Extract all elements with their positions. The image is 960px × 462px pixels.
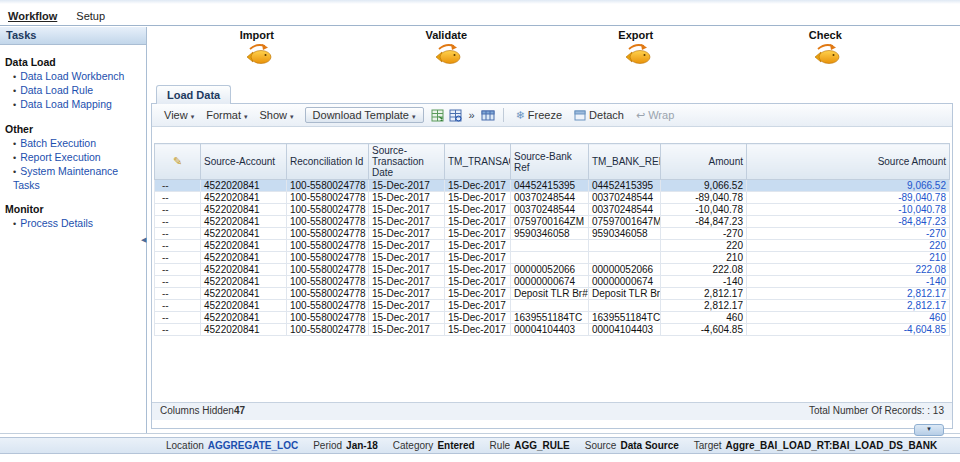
cell-tm-bank-ref[interactable]: 00370248544 bbox=[589, 192, 661, 204]
column-header-tm-transac[interactable]: TM_TRANSAC bbox=[445, 144, 511, 180]
cell-amount[interactable]: 2,812.17 bbox=[661, 300, 747, 312]
import-from-excel-icon[interactable] bbox=[447, 108, 465, 123]
cell-tm-transaction-date[interactable]: 15-Dec-2017 bbox=[445, 204, 511, 216]
workflow-step-export[interactable]: Export bbox=[541, 29, 731, 85]
cell-reconciliation-id[interactable]: 100-5580024778 bbox=[287, 192, 369, 204]
cell-amount[interactable]: -84,847.23 bbox=[661, 216, 747, 228]
download-template-button[interactable]: Download Template▾ bbox=[305, 107, 424, 123]
cell-source-amount[interactable]: 222.08 bbox=[747, 264, 950, 276]
column-header-reconciliation-id[interactable]: Reconciliation Id bbox=[287, 144, 369, 180]
cell-source-transaction-date[interactable]: 15-Dec-2017 bbox=[369, 204, 445, 216]
column-header-tm-bank-ref[interactable]: TM_BANK_REF bbox=[589, 144, 661, 180]
cell-source-bank-ref[interactable]: 00004104403 bbox=[511, 324, 589, 336]
detach-button[interactable]: Detach bbox=[568, 108, 630, 122]
cell-source-transaction-date[interactable]: 15-Dec-2017 bbox=[369, 288, 445, 300]
cell-source-account[interactable]: 4522020841 bbox=[201, 276, 287, 288]
cell-row-status[interactable]: -- bbox=[155, 252, 201, 264]
cell-source-bank-ref[interactable]: 04452415395 bbox=[511, 180, 589, 192]
cell-source-amount[interactable]: -10,040.78 bbox=[747, 204, 950, 216]
cell-source-transaction-date[interactable]: 15-Dec-2017 bbox=[369, 180, 445, 192]
cell-reconciliation-id[interactable]: 100-5580024778 bbox=[287, 228, 369, 240]
column-header-source-account[interactable]: Source-Account bbox=[201, 144, 287, 180]
table-row[interactable]: --4522020841100-558002477815-Dec-201715-… bbox=[155, 180, 950, 192]
cell-reconciliation-id[interactable]: 100-5580024778 bbox=[287, 264, 369, 276]
workflow-step-import[interactable]: Import bbox=[162, 29, 352, 85]
cell-row-status[interactable]: -- bbox=[155, 216, 201, 228]
cell-row-status[interactable]: -- bbox=[155, 264, 201, 276]
cell-tm-transaction-date[interactable]: 15-Dec-2017 bbox=[445, 216, 511, 228]
fish-icon[interactable] bbox=[731, 42, 921, 70]
cell-source-account[interactable]: 4522020841 bbox=[201, 288, 287, 300]
cell-source-bank-ref[interactable]: 9590346058 bbox=[511, 228, 589, 240]
cell-source-account[interactable]: 4522020841 bbox=[201, 228, 287, 240]
cell-source-bank-ref[interactable]: Deposit TLR Br#: ... bbox=[511, 288, 589, 300]
freeze-button[interactable]: ❄Freeze bbox=[510, 108, 568, 123]
cell-amount[interactable]: 2,812.17 bbox=[661, 288, 747, 300]
cell-source-bank-ref[interactable]: 00000000674 bbox=[511, 276, 589, 288]
cell-source-bank-ref[interactable]: 00370248544 bbox=[511, 192, 589, 204]
table-row[interactable]: --4522020841100-558002477815-Dec-201715-… bbox=[155, 276, 950, 288]
cell-row-status[interactable]: -- bbox=[155, 180, 201, 192]
cell-tm-bank-ref[interactable]: 00004104403 bbox=[589, 324, 661, 336]
cell-source-amount[interactable]: -4,604.85 bbox=[747, 324, 950, 336]
cell-row-status[interactable]: -- bbox=[155, 288, 201, 300]
cell-source-bank-ref[interactable]: 0759700164ZM bbox=[511, 216, 589, 228]
table-row[interactable]: --4522020841100-558002477815-Dec-201715-… bbox=[155, 252, 950, 264]
cell-amount[interactable]: 222.08 bbox=[661, 264, 747, 276]
table-row[interactable]: --4522020841100-558002477815-Dec-201715-… bbox=[155, 288, 950, 300]
cell-reconciliation-id[interactable]: 100-5580024778 bbox=[287, 240, 369, 252]
cell-row-status[interactable]: -- bbox=[155, 312, 201, 324]
cell-reconciliation-id[interactable]: 100-5580024778 bbox=[287, 180, 369, 192]
cell-source-account[interactable]: 4522020841 bbox=[201, 240, 287, 252]
table-row[interactable]: --4522020841100-558002477815-Dec-201715-… bbox=[155, 264, 950, 276]
table-row[interactable]: --4522020841100-558002477815-Dec-201715-… bbox=[155, 192, 950, 204]
cell-row-status[interactable]: -- bbox=[155, 204, 201, 216]
toolbar-overflow-chevron[interactable]: » bbox=[465, 109, 479, 121]
cell-row-status[interactable]: -- bbox=[155, 324, 201, 336]
cell-tm-bank-ref[interactable]: 9590346058 bbox=[589, 228, 661, 240]
cell-tm-transaction-date[interactable]: 15-Dec-2017 bbox=[445, 252, 511, 264]
fish-icon[interactable] bbox=[352, 42, 542, 70]
cell-amount[interactable]: -89,040.78 bbox=[661, 192, 747, 204]
cell-source-bank-ref[interactable] bbox=[511, 240, 589, 252]
cell-amount[interactable]: 210 bbox=[661, 252, 747, 264]
cell-tm-bank-ref[interactable] bbox=[589, 252, 661, 264]
table-row[interactable]: --4522020841100-558002477815-Dec-201715-… bbox=[155, 228, 950, 240]
cell-source-bank-ref[interactable] bbox=[511, 300, 589, 312]
fish-icon[interactable] bbox=[162, 42, 352, 70]
cell-source-bank-ref[interactable]: 00000052066 bbox=[511, 264, 589, 276]
cell-tm-transaction-date[interactable]: 15-Dec-2017 bbox=[445, 312, 511, 324]
cell-row-status[interactable]: -- bbox=[155, 228, 201, 240]
cell-source-account[interactable]: 4522020841 bbox=[201, 180, 287, 192]
cell-amount[interactable]: 9,066.52 bbox=[661, 180, 747, 192]
cell-source-amount[interactable]: -270 bbox=[747, 228, 950, 240]
cell-source-account[interactable]: 4522020841 bbox=[201, 324, 287, 336]
cell-tm-transaction-date[interactable]: 15-Dec-2017 bbox=[445, 192, 511, 204]
cell-tm-bank-ref[interactable]: 07597001647M bbox=[589, 216, 661, 228]
cell-source-transaction-date[interactable]: 15-Dec-2017 bbox=[369, 216, 445, 228]
cell-tm-transaction-date[interactable]: 15-Dec-2017 bbox=[445, 180, 511, 192]
cell-source-bank-ref[interactable]: 1639551184TC bbox=[511, 312, 589, 324]
view-menu[interactable]: View▾ bbox=[158, 107, 200, 123]
cell-tm-transaction-date[interactable]: 15-Dec-2017 bbox=[445, 228, 511, 240]
cell-source-account[interactable]: 4522020841 bbox=[201, 264, 287, 276]
cell-source-amount[interactable]: 220 bbox=[747, 240, 950, 252]
cell-tm-bank-ref[interactable]: 04452415395 bbox=[589, 180, 661, 192]
table-row[interactable]: --4522020841100-558002477815-Dec-201715-… bbox=[155, 216, 950, 228]
cell-source-amount[interactable]: 2,812.17 bbox=[747, 300, 950, 312]
cell-tm-transaction-date[interactable]: 15-Dec-2017 bbox=[445, 288, 511, 300]
fish-icon[interactable] bbox=[541, 42, 731, 70]
tab-workflow[interactable]: Workflow bbox=[8, 4, 57, 22]
cell-source-amount[interactable]: -89,040.78 bbox=[747, 192, 950, 204]
cell-reconciliation-id[interactable]: 100-5580024778 bbox=[287, 324, 369, 336]
column-header-source-bank-ref[interactable]: Source-Bank Ref bbox=[511, 144, 589, 180]
cell-tm-transaction-date[interactable]: 15-Dec-2017 bbox=[445, 276, 511, 288]
pov-value-location[interactable]: AGGREGATE_LOC bbox=[208, 440, 298, 451]
cell-source-transaction-date[interactable]: 15-Dec-2017 bbox=[369, 300, 445, 312]
cell-source-transaction-date[interactable]: 15-Dec-2017 bbox=[369, 264, 445, 276]
cell-tm-bank-ref[interactable]: 00000000674 bbox=[589, 276, 661, 288]
cell-amount[interactable]: 460 bbox=[661, 312, 747, 324]
cell-reconciliation-id[interactable]: 100-5580024778 bbox=[287, 300, 369, 312]
query-by-example-icon[interactable] bbox=[479, 108, 497, 123]
tab-setup[interactable]: Setup bbox=[76, 4, 105, 22]
